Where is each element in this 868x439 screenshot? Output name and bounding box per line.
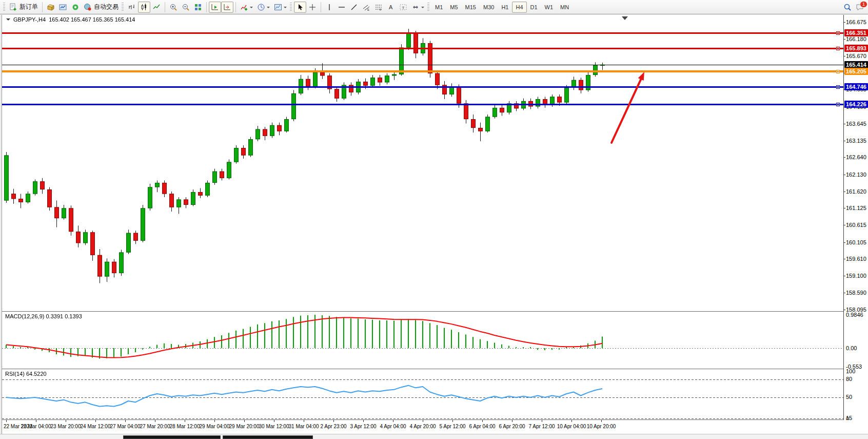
price-tick-mark bbox=[844, 56, 845, 56]
trendline-button[interactable] bbox=[348, 2, 360, 13]
time-tick-mark bbox=[512, 420, 512, 422]
tf-mn-button[interactable]: MN bbox=[557, 2, 573, 13]
text-button[interactable]: A bbox=[385, 2, 397, 13]
channel-icon: E bbox=[362, 3, 370, 11]
tf-m15-button[interactable]: M15 bbox=[462, 2, 480, 13]
tf-m5-button[interactable]: M5 bbox=[446, 2, 461, 13]
macd-panel-canvas[interactable] bbox=[2, 312, 843, 368]
rsi-panel-canvas[interactable] bbox=[2, 370, 843, 419]
price-tick-mark bbox=[844, 124, 845, 124]
chevron-down-icon[interactable] bbox=[284, 7, 287, 10]
candlestick-chart-button[interactable] bbox=[138, 2, 150, 13]
time-axis-label: 10 Apr 20:00 bbox=[583, 424, 619, 429]
price-tick-mark bbox=[844, 293, 845, 293]
fibo-icon: F bbox=[374, 3, 383, 11]
rsi-axis-label: 100 bbox=[846, 368, 855, 374]
text-label-button[interactable]: T bbox=[397, 2, 409, 13]
bar-chart-button[interactable] bbox=[126, 2, 138, 13]
sound-icon bbox=[71, 3, 80, 11]
time-tick-mark bbox=[482, 420, 483, 422]
time-tick-mark bbox=[452, 420, 453, 422]
price-axis[interactable]: 166.675166.180165.670165.160164.665164.1… bbox=[843, 15, 868, 434]
tf-h1-button[interactable]: H1 bbox=[498, 2, 512, 13]
rsi-axis-label: 80 bbox=[846, 376, 852, 382]
search-button[interactable] bbox=[841, 2, 854, 13]
tf-h1-label: H1 bbox=[501, 4, 508, 10]
indicators-icon bbox=[240, 3, 248, 11]
indicators-button[interactable] bbox=[238, 2, 255, 13]
charts-window-button[interactable] bbox=[57, 2, 69, 13]
line-chart-button[interactable] bbox=[150, 2, 163, 13]
bottom-strip bbox=[0, 434, 868, 439]
zoom-out-icon bbox=[182, 3, 190, 11]
price-tick-mark bbox=[844, 141, 845, 141]
vertical-line-button[interactable] bbox=[323, 2, 336, 13]
tf-m1-button[interactable]: M1 bbox=[431, 2, 446, 13]
fibonacci-button[interactable]: F bbox=[372, 2, 385, 13]
panel-separator[interactable] bbox=[2, 369, 868, 369]
signals-button[interactable] bbox=[69, 2, 82, 13]
tf-m30-label: M30 bbox=[483, 4, 494, 10]
tline-icon bbox=[350, 3, 358, 11]
tf-d1-button[interactable]: D1 bbox=[527, 2, 541, 13]
crosshair-button[interactable] bbox=[306, 2, 319, 13]
chevron-down-icon[interactable] bbox=[421, 7, 424, 10]
price-tick-label: 161.125 bbox=[846, 205, 866, 211]
chart-menu-icon[interactable] bbox=[6, 18, 10, 23]
cursor-button[interactable] bbox=[294, 2, 306, 13]
arrows-button[interactable] bbox=[409, 2, 426, 13]
cursor-icon bbox=[296, 3, 304, 11]
tile-windows-button[interactable] bbox=[192, 2, 204, 13]
toolbox-button[interactable] bbox=[45, 2, 57, 13]
toolbar-grip bbox=[122, 3, 124, 12]
price-tick-label: 163.135 bbox=[846, 138, 866, 144]
price-level-tag: 164.746 bbox=[844, 83, 868, 90]
svg-text:T: T bbox=[402, 5, 405, 10]
main-chart-canvas[interactable] bbox=[2, 15, 843, 311]
time-tick-mark bbox=[274, 420, 274, 422]
tiles-icon bbox=[194, 3, 202, 11]
chart-shift-icon bbox=[223, 3, 231, 11]
auto-trading-button[interactable]: 自动交易 bbox=[82, 2, 121, 13]
tf-d1-label: D1 bbox=[530, 4, 538, 10]
panel-separator[interactable] bbox=[2, 311, 868, 312]
new-order-icon bbox=[9, 3, 17, 11]
time-tick-mark bbox=[304, 420, 304, 422]
templates-button[interactable] bbox=[272, 2, 289, 13]
price-tick-mark bbox=[844, 276, 845, 276]
notification-badge: 1 bbox=[860, 1, 867, 8]
price-tick-label: 161.620 bbox=[846, 188, 866, 195]
chat-button[interactable]: 1 bbox=[854, 2, 866, 13]
auto-scroll-icon bbox=[211, 3, 219, 11]
time-tick-mark bbox=[185, 420, 185, 422]
price-tick-label: 160.105 bbox=[846, 239, 866, 245]
textA-icon: A bbox=[387, 3, 395, 11]
chevron-down-icon[interactable] bbox=[267, 7, 270, 10]
chart-shift-button[interactable] bbox=[221, 2, 233, 13]
price-tick-mark bbox=[844, 242, 845, 243]
time-axis[interactable]: 22 Mar 202323 Mar 04:0023 Mar 20:0024 Ma… bbox=[2, 420, 868, 434]
tf-m30-button[interactable]: M30 bbox=[480, 2, 498, 13]
time-tick-mark bbox=[571, 420, 572, 422]
periods-button[interactable] bbox=[255, 2, 272, 13]
zoom-out-button[interactable] bbox=[180, 2, 192, 13]
chevron-down-icon[interactable] bbox=[250, 7, 253, 10]
zoom-in-icon bbox=[169, 3, 177, 11]
price-tick-label: 166.180 bbox=[846, 36, 866, 42]
horizontal-line-button[interactable] bbox=[336, 2, 348, 13]
auto-trading-icon bbox=[84, 3, 92, 11]
time-tick-mark bbox=[6, 420, 7, 422]
svg-text:F: F bbox=[380, 8, 382, 11]
taskbar-segment bbox=[223, 435, 313, 439]
new-order-button[interactable]: 新订单 bbox=[7, 2, 40, 13]
equidistant-channel-button[interactable]: E bbox=[360, 2, 372, 13]
svg-text:A: A bbox=[389, 4, 393, 10]
time-tick-mark bbox=[66, 420, 66, 422]
time-tick-mark bbox=[601, 420, 602, 422]
auto-scroll-button[interactable] bbox=[209, 2, 221, 13]
tf-h4-button[interactable]: H4 bbox=[512, 2, 526, 13]
tf-w1-button[interactable]: W1 bbox=[541, 2, 557, 13]
candles-icon bbox=[140, 3, 148, 11]
clock-icon bbox=[257, 3, 265, 11]
zoom-in-button[interactable] bbox=[167, 2, 180, 13]
